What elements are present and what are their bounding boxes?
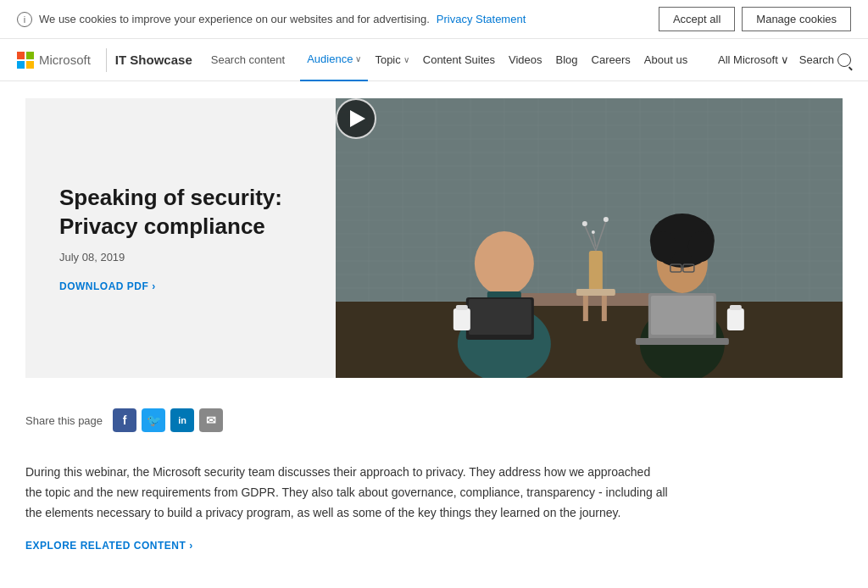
nav-videos[interactable]: Videos <box>502 39 549 81</box>
svg-rect-33 <box>576 289 615 296</box>
hero-title: Speaking of security: Privacy compliance <box>59 184 302 241</box>
svg-rect-24 <box>727 308 744 330</box>
svg-rect-23 <box>636 338 729 345</box>
cookie-buttons: Accept all Manage cookies <box>659 7 851 31</box>
svg-rect-35 <box>602 296 607 321</box>
logo-green <box>26 52 34 59</box>
nav-content-suites[interactable]: Content Suites <box>416 39 502 81</box>
svg-point-16 <box>651 231 676 262</box>
video-scene-svg <box>336 98 843 378</box>
facebook-icon: f <box>123 413 127 427</box>
email-share[interactable]: ✉ <box>199 408 223 432</box>
svg-rect-2 <box>336 302 843 378</box>
nav-topic[interactable]: Topic ∨ <box>368 39 415 81</box>
play-icon <box>350 110 365 127</box>
topic-chevron: ∨ <box>403 55 409 64</box>
logo-yellow <box>26 61 34 69</box>
privacy-link[interactable]: Privacy Statement <box>437 13 526 25</box>
svg-rect-11 <box>453 308 470 330</box>
explore-related-link[interactable]: EXPLORE RELATED CONTENT › <box>25 540 670 552</box>
accept-all-button[interactable]: Accept all <box>659 7 735 31</box>
logo-blue <box>17 61 25 69</box>
svg-rect-25 <box>730 305 742 310</box>
nav-blog[interactable]: Blog <box>549 39 585 81</box>
cookie-message: i We use cookies to improve your experie… <box>17 12 526 27</box>
twitter-icon: 🐦 <box>147 413 161 427</box>
hero-section: Speaking of security: Privacy compliance… <box>25 98 843 378</box>
svg-rect-10 <box>469 299 531 335</box>
share-label: Share this page <box>25 414 103 427</box>
facebook-share[interactable]: f <box>113 408 136 432</box>
linkedin-icon: in <box>178 415 186 425</box>
manage-cookies-button[interactable]: Manage cookies <box>742 7 851 31</box>
svg-rect-22 <box>651 296 714 335</box>
svg-point-7 <box>475 231 534 296</box>
svg-point-31 <box>604 217 609 222</box>
ms-logo[interactable]: Microsoft <box>17 52 91 69</box>
svg-point-30 <box>582 221 587 226</box>
all-ms-chevron: ∨ <box>781 53 789 66</box>
nav-careers[interactable]: Careers <box>585 39 637 81</box>
cookie-text: We use cookies to improve your experienc… <box>39 13 430 25</box>
svg-rect-34 <box>583 296 588 321</box>
nav-brand: IT Showcase <box>115 53 192 67</box>
twitter-share[interactable]: 🐦 <box>142 408 165 432</box>
search-icon <box>837 53 851 67</box>
logo-red <box>17 52 25 59</box>
nav-right: All Microsoft ∨ Search <box>718 53 851 67</box>
search-button[interactable]: Search <box>799 53 851 67</box>
ms-logo-grid <box>17 52 34 69</box>
info-icon: i <box>17 12 32 27</box>
content-section: During this webinar, the Microsoft secur… <box>0 446 695 577</box>
share-icons: f 🐦 in ✉ <box>113 408 223 432</box>
hero-date: July 08, 2019 <box>59 251 302 263</box>
svg-rect-26 <box>589 251 603 293</box>
search-content-link[interactable]: Search content <box>204 39 292 81</box>
download-pdf-link[interactable]: DOWNLOAD PDF › <box>59 280 302 292</box>
nav-divider <box>106 48 107 72</box>
ms-logo-text: Microsoft <box>39 53 91 67</box>
nav-links: Audience ∨ Topic ∨ Content Suites Videos… <box>300 39 694 81</box>
svg-rect-12 <box>456 305 468 310</box>
hero-left: Speaking of security: Privacy compliance… <box>25 98 336 378</box>
hero-video <box>336 98 843 378</box>
svg-point-32 <box>592 230 595 234</box>
all-microsoft-dropdown[interactable]: All Microsoft ∨ <box>718 53 789 66</box>
navigation: Microsoft IT Showcase Search content Aud… <box>0 39 868 81</box>
video-background <box>336 98 843 378</box>
nav-audience[interactable]: Audience ∨ <box>300 39 368 81</box>
linkedin-share[interactable]: in <box>170 408 194 432</box>
share-section: Share this page f 🐦 in ✉ <box>0 395 868 446</box>
content-description: During this webinar, the Microsoft secur… <box>25 463 670 523</box>
play-button[interactable] <box>336 98 376 139</box>
cookie-banner: i We use cookies to improve your experie… <box>0 0 868 39</box>
nav-about[interactable]: About us <box>637 39 694 81</box>
audience-chevron: ∨ <box>355 54 361 64</box>
email-icon: ✉ <box>206 413 216 427</box>
svg-point-17 <box>688 231 714 262</box>
